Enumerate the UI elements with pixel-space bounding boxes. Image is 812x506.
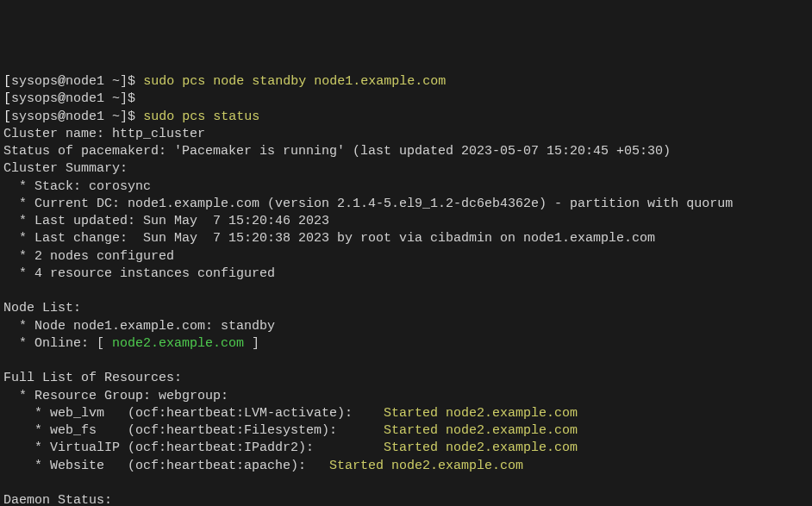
resources-configured-line: * 4 resource instances configured	[3, 266, 275, 281]
last-change-line: * Last change: Sun May 7 15:20:38 2023 b…	[3, 231, 655, 246]
resource-group-line: * Resource Group: webgroup:	[3, 389, 228, 403]
stack-line: * Stack: corosync	[3, 179, 151, 194]
status-pacemakerd: Status of pacemakerd: 'Pacemaker is runn…	[3, 144, 671, 159]
resource-web-fs: * web_fs (ocf:heartbeat:Filesystem): Sta…	[3, 423, 578, 438]
resources-header: Full List of Resources:	[3, 371, 182, 385]
resource-virtualip: * VirtualIP (ocf:heartbeat:IPaddr2): Sta…	[3, 440, 578, 455]
cluster-name-line: Cluster name: http_cluster	[3, 127, 205, 141]
resource-website: * Website (ocf:heartbeat:apache): Starte…	[3, 459, 523, 473]
nodes-configured-line: * 2 nodes configured	[3, 249, 174, 264]
node-standby-line: * Node node1.example.com: standby	[3, 319, 275, 334]
resource-web-lvm: * web_lvm (ocf:heartbeat:LVM-activate): …	[3, 406, 578, 421]
daemon-status-header: Daemon Status:	[3, 493, 112, 506]
current-dc-line: * Current DC: node1.example.com (version…	[3, 197, 733, 211]
last-updated-line: * Last updated: Sun May 7 15:20:46 2023	[3, 214, 329, 228]
command-standby: sudo pcs node standby node1.example.com	[143, 74, 446, 89]
prompt-line-2: [sysops@node1 ~]$	[3, 91, 135, 106]
node-online-line: * Online: [ node2.example.com ]	[3, 336, 259, 351]
cluster-summary-header: Cluster Summary:	[3, 161, 128, 176]
node-list-header: Node List:	[3, 301, 81, 315]
command-status: sudo pcs status	[143, 109, 259, 124]
prompt-line-1: [sysops@node1 ~]$ sudo pcs node standby …	[3, 74, 446, 89]
prompt-line-3: [sysops@node1 ~]$ sudo pcs status	[3, 109, 259, 124]
